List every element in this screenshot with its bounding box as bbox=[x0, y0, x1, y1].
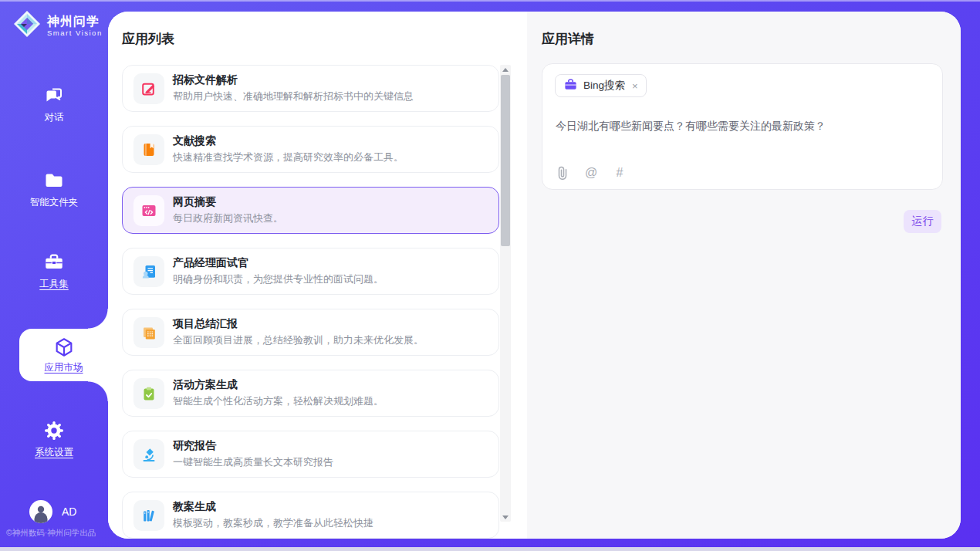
sidebar-item-label: 工具集 bbox=[39, 278, 69, 291]
app-card-texts: 文献搜索快速精准查找学术资源，提高研究效率的必备工具。 bbox=[173, 134, 404, 165]
scroll-up-arrow-icon[interactable] bbox=[500, 65, 511, 74]
app-list: 招标文件解析帮助用户快速、准确地理解和解析招标书中的关键信息 文献搜索快速精准查… bbox=[122, 65, 499, 539]
app-card[interactable]: 研究报告一键智能生成高质量长文本研究报告 bbox=[122, 431, 499, 478]
sidebar-item-chat[interactable]: 对话 bbox=[0, 85, 108, 124]
brand: 神州问学 Smart Vision bbox=[12, 9, 103, 42]
app-card-texts: 活动方案生成智能生成个性化活动方案，轻松解决规划难题。 bbox=[173, 378, 384, 409]
user-name: AD bbox=[62, 505, 76, 518]
paperclip-icon[interactable] bbox=[556, 166, 569, 180]
window-bottom-edge bbox=[0, 547, 980, 551]
sidebar-item-smart-folder[interactable]: 智能文件夹 bbox=[0, 170, 108, 209]
chat-icon bbox=[43, 85, 65, 106]
user-avatar-icon bbox=[29, 500, 52, 523]
sidebar-footer: ©神州数码·神州问学出品 bbox=[6, 528, 108, 539]
cube-icon bbox=[53, 336, 75, 358]
app-card[interactable]: 产品经理面试官明确身份和职责，为您提供专业性的面试问题。 bbox=[122, 248, 499, 295]
app-card-name: 教案生成 bbox=[173, 500, 373, 513]
sidebar-item-label: 对话 bbox=[45, 111, 64, 124]
app-card-texts: 项目总结汇报全面回顾项目进展，总结经验教训，助力未来优化发展。 bbox=[173, 317, 424, 348]
tool-chip-bing-search[interactable]: Bing搜索 × bbox=[555, 74, 647, 97]
compose-icon bbox=[133, 73, 164, 104]
prompt-card: Bing搜索 × 今日湖北有哪些新闻要点？有哪些需要关注的最新政策？ @# bbox=[542, 63, 943, 190]
app-card-desc: 快速精准查找学术资源，提高研究效率的必备工具。 bbox=[173, 150, 404, 164]
content-shell: 应用列表 招标文件解析帮助用户快速、准确地理解和解析招标书中的关键信息 文献搜索… bbox=[108, 12, 961, 539]
app-detail-title: 应用详情 bbox=[542, 30, 594, 48]
at-icon[interactable]: @ bbox=[584, 166, 598, 180]
diamond-logo-icon bbox=[12, 9, 42, 42]
brand-subtitle: Smart Vision bbox=[47, 29, 103, 37]
app-card-desc: 一键智能生成高质量长文本研究报告 bbox=[173, 455, 333, 469]
active-tab-top-curve bbox=[88, 309, 108, 329]
app-card[interactable]: 网页摘要每日政府新闻资讯快查。 bbox=[122, 187, 499, 234]
app-card-name: 项目总结汇报 bbox=[173, 317, 424, 330]
app-card-desc: 帮助用户快速、准确地理解和解析招标书中的关键信息 bbox=[173, 90, 414, 103]
sheets-icon bbox=[133, 317, 164, 348]
app-list-title: 应用列表 bbox=[122, 30, 174, 48]
app-card-desc: 模板驱动，教案秒成，教学准备从此轻松快捷 bbox=[173, 516, 373, 530]
book-icon bbox=[133, 134, 164, 165]
sidebar-item-label: 智能文件夹 bbox=[30, 196, 79, 209]
app-card-desc: 明确身份和职责，为您提供专业性的面试问题。 bbox=[173, 272, 384, 286]
books-icon bbox=[133, 500, 164, 531]
resume-icon bbox=[133, 256, 164, 287]
app-card[interactable]: 文献搜索快速精准查找学术资源，提高研究效率的必备工具。 bbox=[122, 126, 499, 173]
sidebar-item-toolset[interactable]: 工具集 bbox=[0, 252, 108, 291]
app-card-desc: 智能生成个性化活动方案，轻松解决规划难题。 bbox=[173, 394, 384, 408]
sidebar-item-app-market[interactable]: 应用市场 bbox=[19, 329, 108, 381]
app-card[interactable]: 活动方案生成智能生成个性化活动方案，轻松解决规划难题。 bbox=[122, 370, 499, 417]
sidebar-item-label: 系统设置 bbox=[35, 446, 73, 459]
gear-icon bbox=[43, 420, 65, 441]
user-row[interactable]: AD bbox=[29, 500, 76, 523]
app-card-desc: 全面回顾项目进展，总结经验教训，助力未来优化发展。 bbox=[173, 333, 424, 347]
app-card-name: 活动方案生成 bbox=[173, 378, 384, 391]
scrollbar[interactable] bbox=[500, 65, 511, 522]
app-card-name: 产品经理面试官 bbox=[173, 256, 384, 269]
prompt-input[interactable]: 今日湖北有哪些新闻要点？有哪些需要关注的最新政策？ bbox=[556, 118, 930, 134]
app-card-desc: 每日政府新闻资讯快查。 bbox=[173, 211, 283, 225]
app-card-name: 文献搜索 bbox=[173, 134, 404, 147]
app-card-name: 研究报告 bbox=[173, 439, 333, 452]
chip-close-icon[interactable]: × bbox=[632, 80, 638, 92]
active-tab-bottom-curve bbox=[88, 381, 108, 401]
scroll-down-arrow-icon[interactable] bbox=[500, 512, 511, 522]
app-card[interactable]: 教案生成模板驱动，教案秒成，教学准备从此轻松快捷 bbox=[122, 492, 499, 539]
composer-toolbar: @# bbox=[556, 166, 627, 180]
app-card[interactable]: 项目总结汇报全面回顾项目进展，总结经验教训，助力未来优化发展。 bbox=[122, 309, 499, 356]
run-button[interactable]: 运行 bbox=[904, 210, 941, 233]
app-card-texts: 招标文件解析帮助用户快速、准确地理解和解析招标书中的关键信息 bbox=[173, 73, 414, 104]
brand-title: 神州问学 bbox=[47, 14, 103, 29]
folder-icon bbox=[43, 170, 65, 191]
sidebar-item-label: 应用市场 bbox=[45, 361, 83, 374]
browser-code-icon bbox=[133, 195, 164, 226]
app-card-texts: 教案生成模板驱动，教案秒成，教学准备从此轻松快捷 bbox=[173, 500, 373, 531]
briefcase-icon bbox=[563, 77, 578, 95]
hash-icon[interactable]: # bbox=[613, 166, 627, 180]
sidebar-item-settings[interactable]: 系统设置 bbox=[0, 420, 108, 459]
app-card-name: 招标文件解析 bbox=[173, 73, 414, 86]
clipboard-check-icon bbox=[133, 378, 164, 409]
app-card-name: 网页摘要 bbox=[173, 195, 283, 208]
microscope-icon bbox=[133, 439, 164, 470]
app-list-panel: 应用列表 招标文件解析帮助用户快速、准确地理解和解析招标书中的关键信息 文献搜索… bbox=[108, 12, 527, 539]
toolbox-icon bbox=[43, 252, 65, 273]
app-card-texts: 研究报告一键智能生成高质量长文本研究报告 bbox=[173, 439, 333, 470]
app-card[interactable]: 招标文件解析帮助用户快速、准确地理解和解析招标书中的关键信息 bbox=[122, 65, 499, 112]
app-card-texts: 网页摘要每日政府新闻资讯快查。 bbox=[173, 195, 283, 226]
tool-chip-label: Bing搜索 bbox=[583, 79, 625, 93]
app-card-texts: 产品经理面试官明确身份和职责，为您提供专业性的面试问题。 bbox=[173, 256, 384, 287]
scrollbar-thumb[interactable] bbox=[501, 75, 510, 246]
window-top-edge bbox=[0, 0, 980, 2]
sidebar: 神州问学 Smart Vision 对话 智能文件夹 工具集 应用市场 系统设置 bbox=[0, 0, 108, 551]
app-detail-panel: 应用详情 Bing搜索 × 今日湖北有哪些新闻要点？有哪些需要关注的最新政策？ … bbox=[527, 12, 961, 539]
